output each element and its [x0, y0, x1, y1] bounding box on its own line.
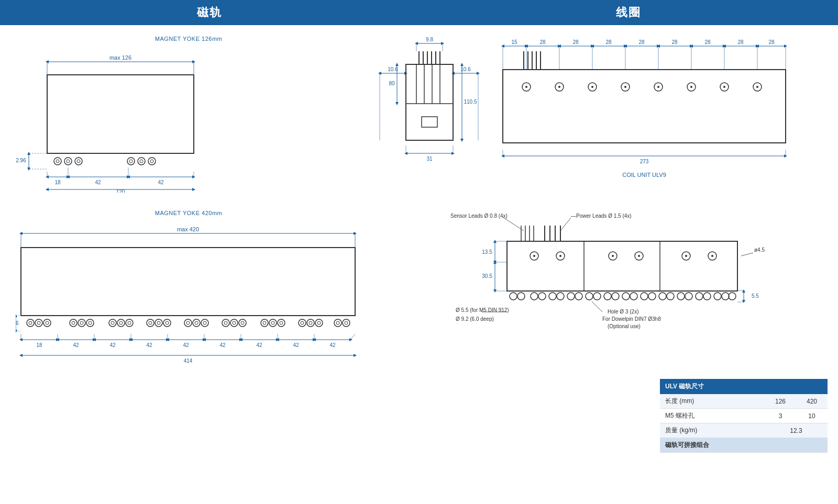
svg-point-46 — [43, 319, 51, 327]
svg-text:28: 28 — [605, 39, 612, 45]
svg-point-254 — [567, 293, 575, 300]
svg-point-202 — [690, 86, 692, 88]
svg-point-87 — [309, 321, 312, 324]
svg-point-77 — [241, 321, 244, 324]
svg-text:28: 28 — [768, 39, 775, 45]
svg-point-192 — [525, 86, 527, 88]
svg-point-93 — [345, 321, 348, 324]
svg-point-14 — [77, 160, 80, 163]
svg-text:15: 15 — [511, 39, 517, 45]
svg-text:80: 80 — [389, 81, 395, 86]
svg-text:Hole  Ø 3 (2x): Hole Ø 3 (2x) — [608, 309, 638, 315]
coil-unit-detail-svg: Sensor Leads Ø 0.8 (4x) —Power Leads Ø 1… — [377, 199, 796, 367]
svg-text:28: 28 — [572, 39, 579, 45]
svg-point-75 — [233, 321, 236, 324]
svg-rect-148 — [422, 117, 437, 127]
row-length-label: 长度 (mm) — [660, 394, 765, 409]
row-mass-val: 12.3 — [765, 423, 828, 438]
svg-point-204 — [723, 86, 725, 88]
svg-point-268 — [696, 293, 703, 300]
svg-point-49 — [72, 321, 75, 324]
svg-point-57 — [119, 321, 123, 324]
svg-text:31: 31 — [426, 156, 433, 162]
svg-point-63 — [157, 321, 160, 324]
svg-text:273: 273 — [640, 159, 649, 164]
svg-point-269 — [703, 293, 711, 300]
svg-text:28: 28 — [671, 39, 678, 45]
magnet-yoke-420-title: MAGNET YOKE 420mm — [16, 210, 361, 216]
svg-point-79 — [263, 321, 266, 324]
svg-point-92 — [343, 319, 350, 327]
svg-point-71 — [203, 321, 206, 324]
row-bolts-label: M5 螺栓孔 — [660, 409, 765, 423]
svg-text:28: 28 — [704, 39, 711, 45]
svg-text:—Power Leads Ø 1.5 (4x): —Power Leads Ø 1.5 (4x) — [571, 213, 632, 219]
svg-point-198 — [624, 86, 626, 88]
svg-point-264 — [659, 293, 666, 300]
svg-point-253 — [557, 293, 564, 300]
svg-point-11 — [64, 158, 72, 165]
svg-line-214 — [503, 217, 524, 231]
svg-point-261 — [630, 293, 637, 300]
svg-text:42: 42 — [146, 342, 152, 348]
svg-point-85 — [301, 321, 304, 324]
coil-unit-top-section: 15 28 28 28 28 — [492, 36, 796, 184]
svg-text:Sensor Leads Ø 0.8 (4x): Sensor Leads Ø 0.8 (4x) — [450, 213, 508, 219]
svg-point-56 — [117, 319, 125, 327]
row-joinable-label: 磁轨可拼接组合 — [660, 438, 828, 453]
svg-point-50 — [78, 319, 85, 327]
svg-text:18: 18 — [54, 180, 61, 185]
svg-text:42: 42 — [293, 342, 299, 348]
svg-point-9 — [54, 158, 61, 165]
svg-text:5.5: 5.5 — [752, 293, 759, 299]
row-bolts-val1: 3 — [765, 409, 796, 423]
svg-point-250 — [531, 293, 538, 300]
svg-point-44 — [35, 319, 42, 327]
svg-text:Ø 9.2 (6.0 deep): Ø 9.2 (6.0 deep) — [456, 316, 494, 322]
header-right-title: 线圈 — [616, 5, 641, 20]
svg-line-215 — [560, 218, 571, 231]
svg-point-43 — [29, 321, 32, 324]
svg-point-15 — [127, 158, 135, 165]
svg-point-271 — [722, 293, 729, 300]
svg-point-67 — [186, 321, 190, 324]
svg-point-17 — [138, 158, 145, 165]
svg-text:110.5: 110.5 — [464, 99, 477, 105]
svg-point-80 — [269, 319, 277, 327]
svg-text:2.96: 2.96 — [16, 320, 19, 326]
svg-point-64 — [163, 319, 171, 327]
svg-text:28: 28 — [539, 39, 546, 45]
svg-point-267 — [685, 293, 692, 300]
svg-text:For Dowelpin DIN7 Ø3h8: For Dowelpin DIN7 Ø3h8 — [602, 316, 661, 322]
main-content: MAGNET YOKE 126mm max 126 — [0, 25, 838, 463]
svg-point-18 — [140, 160, 143, 163]
svg-point-89 — [317, 321, 321, 324]
svg-point-19 — [148, 158, 156, 165]
svg-point-69 — [195, 321, 198, 324]
svg-text:42: 42 — [256, 342, 262, 348]
svg-point-88 — [315, 319, 323, 327]
svg-point-62 — [155, 319, 162, 327]
svg-rect-37 — [21, 248, 355, 316]
magnet-yoke-126-section: MAGNET YOKE 126mm max 126 — [16, 36, 361, 194]
svg-text:10.6: 10.6 — [388, 66, 398, 72]
svg-point-248 — [510, 293, 517, 300]
svg-text:28: 28 — [737, 39, 744, 45]
svg-text:42: 42 — [95, 180, 101, 185]
coil-unit-detail-section: Sensor Leads Ø 0.8 (4x) —Power Leads Ø 1… — [377, 199, 828, 368]
svg-text:414: 414 — [184, 358, 193, 364]
svg-point-70 — [201, 319, 208, 327]
svg-text:42: 42 — [158, 180, 164, 185]
svg-text:42: 42 — [329, 342, 336, 348]
svg-point-51 — [80, 321, 83, 324]
svg-point-53 — [89, 321, 92, 324]
svg-text:42: 42 — [73, 342, 79, 348]
magnet-yoke-126-title: MAGNET YOKE 126mm — [16, 36, 361, 42]
svg-text:2.96: 2.96 — [16, 158, 26, 163]
row-length-val1: 126 — [765, 394, 796, 409]
row-length-val2: 420 — [796, 394, 828, 409]
svg-point-65 — [166, 321, 169, 324]
header-left-title: 磁轨 — [197, 5, 222, 20]
svg-line-225 — [741, 253, 753, 256]
svg-point-194 — [558, 86, 560, 88]
